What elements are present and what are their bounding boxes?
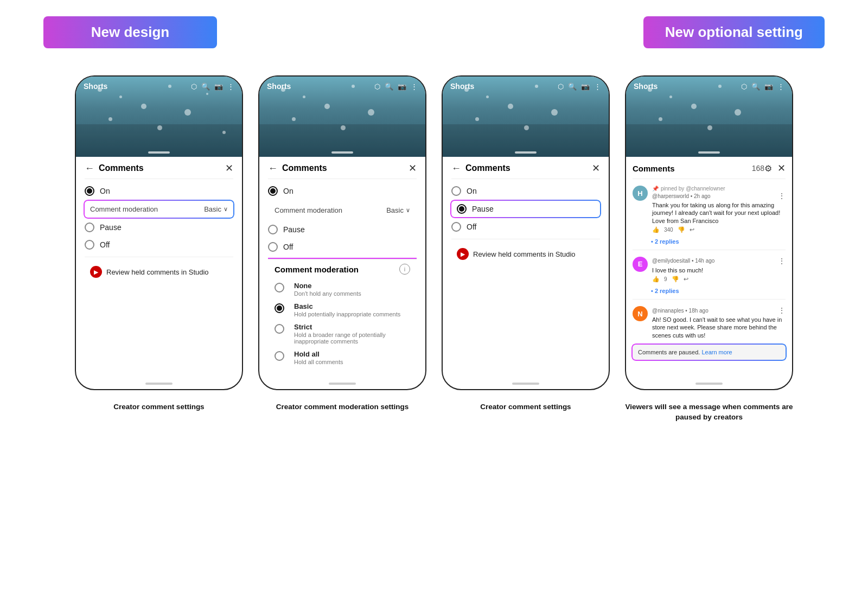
phone-1-option-pause[interactable]: Pause — [85, 219, 233, 236]
phone-2-info-icon[interactable]: i — [399, 264, 410, 275]
phones-row: Shorts ⬡ 🔍 📷 ⋮ ← Comments ✕ — [0, 75, 868, 390]
phone-3-review-label: Review held comments in Studio — [473, 250, 576, 258]
phone-3-pause-highlighted[interactable]: Pause — [451, 201, 600, 217]
phone-3-close-btn[interactable]: ✕ — [592, 162, 600, 174]
phone-2-radio-holdall — [275, 351, 284, 361]
phone-3-bottom-bar — [512, 383, 539, 385]
phone-4-avatar-1: H — [633, 186, 648, 201]
phone-2-none-text: None Don't hold any comments — [294, 282, 361, 297]
phone-2-label-off: Off — [283, 243, 293, 251]
phone-1-option-on[interactable]: On — [85, 182, 233, 200]
phone-2-subpanel-title: Comment moderation — [275, 265, 359, 274]
phone-2-option-on[interactable]: On — [268, 182, 417, 200]
phone-4-avatar-3: N — [633, 306, 648, 321]
phone-3-drag-handle — [515, 151, 537, 154]
phone-2-label-on: On — [283, 187, 293, 195]
phone-4-paused-bar: Comments are paused. Learn more — [633, 345, 786, 360]
phone-1-moderation-label: Comment moderation — [90, 205, 158, 213]
phone-2-suboption-holdall[interactable]: Hold all Hold all comments — [275, 347, 410, 368]
phone-3-radio-pause — [457, 204, 467, 214]
phone-1-divider — [85, 257, 233, 257]
phone-3-review-btn[interactable]: ▶ Review held comments in Studio — [451, 244, 600, 264]
phone-1-moderation-row[interactable]: Comment moderation Basic ∨ — [85, 201, 233, 218]
phone-4-comments-count: 168 — [752, 164, 764, 173]
phone-1-review-btn[interactable]: ▶ Review held comments in Studio — [85, 262, 233, 282]
phone-1-radio-pause — [85, 222, 94, 232]
more-icon-2: ⋮ — [411, 82, 418, 91]
phone-3-label-on: On — [467, 187, 477, 195]
phone-4-comment-2: E @emilydoesitall • 14h ago ⋮ I love thi… — [633, 253, 786, 286]
phone-4-comment-1-body: 📌 pinned by @channelowner @harpersworld … — [652, 186, 786, 233]
phone-1-image: Shorts ⬡ 🔍 📷 ⋮ — [76, 77, 242, 157]
phone-3-back-arrow[interactable]: ← — [451, 163, 461, 174]
phone-4-comments-header: Comments 168 ⚙ ✕ — [633, 157, 786, 179]
like-icon-2[interactable]: 👍 — [652, 276, 660, 283]
new-design-banner: New design — [43, 16, 217, 48]
phone-4-comment-1: H 📌 pinned by @channelowner @harpersworl… — [633, 182, 786, 237]
phone-3: Shorts ⬡ 🔍 📷 ⋮ ← Comments ✕ On — [442, 75, 610, 390]
phone-1-radio-on — [85, 186, 94, 196]
phone-4-replies-2[interactable]: • 2 replies — [633, 286, 786, 296]
phone-2-drag-handle — [331, 151, 353, 154]
camera-icon: 📷 — [214, 82, 223, 91]
phone-3-comments-title: Comments — [465, 163, 592, 173]
phone-2-radio-pause — [268, 225, 278, 234]
phone-1-review-icon: ▶ — [90, 266, 102, 278]
phone-1-close-btn[interactable]: ✕ — [225, 162, 233, 174]
phone-2-moderation-row[interactable]: Comment moderation Basic ∨ — [268, 201, 417, 220]
phone-1-moderation-value: Basic ∨ — [204, 205, 228, 213]
phone-2-strict-text: Strict Hold a broader range of potential… — [294, 323, 410, 345]
phone-4-comment-3-more[interactable]: ⋮ — [778, 306, 786, 315]
phone-2-back-arrow[interactable]: ← — [268, 163, 278, 174]
phone-2-label-pause: Pause — [283, 225, 305, 234]
dislike-icon-1[interactable]: 👎 — [678, 226, 685, 233]
phone-4-comment-1-meta: @harpersworld • 2h ago — [652, 193, 711, 199]
phone-4-learn-more[interactable]: Learn more — [701, 349, 732, 355]
phone-4-div1 — [633, 250, 786, 250]
phone-2-radio-none — [275, 283, 284, 292]
phone-2-option-pause[interactable]: Pause — [268, 221, 417, 238]
phone-3-shorts-label: Shorts — [450, 82, 474, 91]
phone-2-moderation-label: Comment moderation — [275, 206, 342, 214]
dislike-icon-2[interactable]: 👎 — [672, 276, 679, 283]
phone-3-option-off[interactable]: Off — [451, 218, 600, 236]
search-icon: 🔍 — [201, 82, 210, 91]
phone-2-option-off[interactable]: Off — [268, 238, 417, 256]
reply-icon-1[interactable]: ↩ — [690, 226, 694, 233]
phone-2-suboption-basic[interactable]: Basic Hold potentially inappropriate com… — [275, 300, 410, 320]
like-icon-1[interactable]: 👍 — [652, 226, 660, 233]
phone-3-divider — [451, 239, 600, 239]
phone-2-suboption-none[interactable]: None Don't hold any comments — [275, 279, 410, 300]
new-design-label: New design — [91, 24, 169, 40]
phone-4-comment-1-actions: 👍 340 👎 ↩ — [652, 226, 786, 233]
phone-4-comment-2-more[interactable]: ⋮ — [778, 257, 786, 265]
phone-4-image: Shorts ⬡ 🔍 📷 ⋮ — [626, 77, 792, 157]
phone-2-close-btn[interactable]: ✕ — [409, 162, 417, 174]
reply-icon-2[interactable]: ↩ — [684, 276, 688, 283]
cast-icon-3: ⬡ — [558, 82, 564, 91]
phone-4-tune-icon[interactable]: ⚙ — [764, 163, 772, 174]
phone-4-shorts-bar: Shorts ⬡ 🔍 📷 ⋮ — [634, 82, 784, 91]
phone-2-suboption-strict[interactable]: Strict Hold a broader range of potential… — [275, 320, 410, 347]
phone-4-comments-title: Comments — [633, 164, 749, 173]
phone-3-label-pause: Pause — [472, 205, 494, 213]
phone-4-div2 — [633, 299, 786, 300]
phone-4-replies-1[interactable]: • 2 replies — [633, 237, 786, 246]
phone-1-option-off[interactable]: Off — [85, 236, 233, 253]
phone-3-review-icon: ▶ — [457, 248, 469, 260]
phone-4-comment-3-text: Ah! SO good. I can't wait to see what yo… — [652, 316, 786, 339]
phone-2-bottom-bar — [329, 383, 356, 385]
phone-1-label-on: On — [100, 187, 110, 195]
phone-1-back-arrow[interactable]: ← — [85, 163, 94, 174]
caption-4: Viewers will see a message when comments… — [625, 402, 793, 423]
phone-2-comments-title: Comments — [282, 163, 409, 173]
phone-4-comment-1-more[interactable]: ⋮ — [778, 192, 786, 200]
captions-row: Creator comment settings Creator comment… — [0, 402, 868, 423]
cast-icon-4: ⬡ — [741, 82, 747, 91]
phone-3-option-on[interactable]: On — [451, 182, 600, 200]
phone-1-chevron: ∨ — [224, 206, 228, 213]
phone-4-close-btn[interactable]: ✕ — [777, 162, 786, 174]
phone-4-comment-2-actions: 👍 9 👎 ↩ — [652, 276, 786, 283]
camera-icon-4: 📷 — [764, 82, 773, 91]
search-icon-4: 🔍 — [751, 82, 760, 91]
